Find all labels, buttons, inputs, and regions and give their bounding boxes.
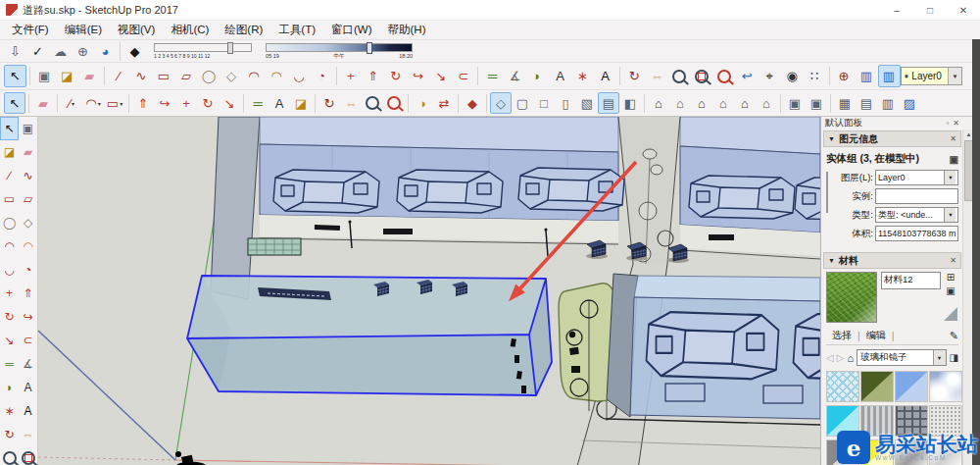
component-op-4-button[interactable]: ▨ [899,92,920,114]
face-style-textured-button[interactable]: ▤ [598,92,619,114]
tray-close-icon[interactable]: ✕ [953,119,959,128]
face-style-hidden-line-button[interactable]: ▯ [555,92,576,114]
protractor-tool-button[interactable]: ∡ [504,65,526,87]
follow-me-tool-button[interactable]: ↪ [407,65,429,87]
rectangle-flyout-button[interactable]: ▭▾ [104,92,125,114]
section-cut-toggle-button[interactable]: ▣ [806,92,827,114]
upload-model-button[interactable]: ☁ [49,40,72,63]
orbit-tool-button[interactable]: ↻ [623,65,646,87]
zoom-extents-2-button[interactable] [383,92,405,114]
previous-view-button[interactable]: ↩ [736,65,759,87]
push-pull-2-button[interactable]: ⇑ [132,92,154,114]
lt-move-button[interactable]: + [0,282,19,305]
maximize-button[interactable]: □ [913,0,947,20]
eyedropper-icon[interactable]: ✎ [950,330,958,342]
tray-pin-icon[interactable]: ▫ [946,119,949,128]
pan-2-button[interactable]: ⇔ [340,92,362,114]
freehand-tool-button[interactable]: ∿ [130,65,153,87]
component-op-2-button[interactable]: ▤ [856,92,877,114]
lt-rectangle-button[interactable]: ▭ [0,187,19,211]
sample-corner-icon[interactable] [944,307,957,321]
close-button[interactable]: ✕ [947,0,980,20]
tab-edit[interactable]: 编辑 [860,329,892,342]
line-flyout-button[interactable]: ∕▾ [61,92,82,114]
view-top-button[interactable]: ⌂ [669,92,691,114]
select-tool-button[interactable]: ↖ [4,65,26,87]
scale-tool-button[interactable]: ↘ [429,65,452,87]
lt-rotated-rectangle-button[interactable]: ▱ [19,187,37,211]
face-style-xray-button[interactable]: ◇ [490,92,512,114]
menu-相机C[interactable]: 相机(C) [163,21,217,39]
shadow-time-slider[interactable]: 05:19 中午 18:20 [266,43,413,60]
layer-dropdown[interactable]: ●Layer0▼ [901,67,963,85]
menu-工具T[interactable]: 工具(T) [270,21,323,39]
entity-info-header[interactable]: ▼ 图元信息 ✕ [823,130,961,147]
lt-protractor-button[interactable]: ∡ [19,352,37,376]
menu-绘图R[interactable]: 绘图(R) [217,21,270,39]
rotate-2-button[interactable]: ↻ [197,92,219,114]
tape-measure-2-button[interactable]: ═ [247,92,269,114]
lt-follow-me-button[interactable]: ↪ [19,305,37,329]
entity-info-close-icon[interactable]: ✕ [950,134,956,143]
lt-pan-button[interactable]: ⇔ [19,423,37,446]
lt-offset-button[interactable]: ⊂ [19,329,37,352]
view-back-button[interactable]: ⌂ [734,92,756,114]
materials-close-icon[interactable]: ✕ [950,256,956,265]
shadow-date-slider[interactable]: 1 2 3 4 5 6 7 8 9 10 11 12 [154,43,252,59]
text-tool-button[interactable]: A [549,65,571,87]
arc-tool-button[interactable]: ◠ [243,65,266,87]
face-style-shaded-button[interactable]: ▧ [576,92,598,114]
get-models-button[interactable]: ⇩ [4,40,26,63]
face-style-wireframe-button[interactable]: □ [533,92,555,114]
move-tool-button[interactable]: + [339,65,362,87]
pan-tool-button[interactable]: ⇔ [646,65,668,87]
circle-tool-button[interactable]: ◯ [198,65,220,87]
shadow-cube-a-button[interactable]: ▥ [856,65,878,87]
rectangle-flyout-caret-icon[interactable]: ▾ [120,100,122,107]
view-left-button[interactable]: ⌂ [756,92,777,114]
make-component-button[interactable]: ▣ [33,65,56,87]
offset-tool-button[interactable]: ⊂ [452,65,474,87]
paint-bucket-button[interactable]: ◪ [56,65,78,87]
lt-circle-button[interactable]: ◯ [0,211,19,234]
swatch-blue[interactable] [895,371,928,402]
lt-text-button[interactable]: A [19,376,37,399]
back-arrow-icon[interactable]: ◁ [826,352,834,363]
forward-arrow-icon[interactable]: ▷ [837,352,845,363]
swatch-sky[interactable] [929,371,962,402]
lt-make-component-button[interactable]: ▣ [19,117,37,140]
menu-帮助H[interactable]: 帮助(H) [380,21,434,39]
rotated-rectangle-tool-button[interactable]: ▱ [175,65,198,87]
lt-eraser-button[interactable]: ▰ [19,140,37,164]
zoom-window-tool-button[interactable] [691,65,713,87]
details-icon[interactable]: ◨ [950,352,958,363]
shadows-toggle-button[interactable]: ◑ [412,92,433,114]
swatch-hatch-blue[interactable] [826,371,859,402]
lt-select-button[interactable]: ↖ [0,117,19,140]
section-display-toggle-button[interactable]: ▣ [784,92,806,114]
lt-axes-button[interactable]: ∗ [0,399,19,423]
collection-dropdown[interactable]: 玻璃和镜子 ▼ [857,349,946,366]
lt-dimension-button[interactable]: ◗ [0,376,19,399]
lt-scale-button[interactable]: ↘ [0,329,19,352]
face-style-back-edges-button[interactable]: ▢ [512,92,533,114]
look-around-tool-button[interactable]: ◉ [781,65,804,87]
scroll-up-icon[interactable]: ▲ [966,131,972,137]
eraser-button[interactable]: ▰ [78,65,101,87]
text-2-button[interactable]: A [269,92,290,114]
viewport-canvas[interactable] [38,117,820,465]
home-icon[interactable]: ⌂ [847,352,854,364]
follow-me-2-button[interactable]: ↪ [154,92,175,114]
menu-编辑E[interactable]: 编辑(E) [57,21,110,39]
dimension-tool-button[interactable]: ◗ [526,65,549,87]
line-tool-button[interactable]: ∕ [108,65,130,87]
minimize-button[interactable]: – [880,0,913,20]
rectangle-tool-button[interactable]: ▭ [153,65,175,87]
compass-axes-button[interactable]: ⊕ [833,65,856,87]
materials-header[interactable]: ▼ 材料 ✕ [823,252,961,269]
add-link-button[interactable]: ⊕ [72,40,94,63]
arc-flyout-caret-icon[interactable]: ▾ [98,100,101,107]
line-flyout-caret-icon[interactable]: ▾ [72,100,74,107]
axes-tool-button[interactable]: ∗ [571,65,594,87]
shadow-cube-b-button[interactable]: ▥ [878,65,901,87]
